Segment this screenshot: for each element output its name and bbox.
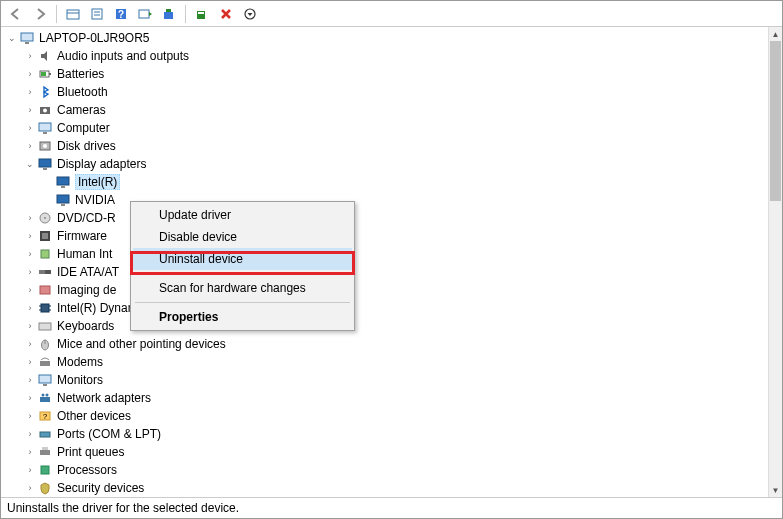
chevron-right-icon[interactable]: › bbox=[23, 301, 37, 315]
tree-category[interactable]: ›Audio inputs and outputs bbox=[1, 47, 768, 65]
svg-rect-45 bbox=[39, 323, 51, 330]
tree-category[interactable]: ›Cameras bbox=[1, 101, 768, 119]
options-dropdown-button[interactable] bbox=[239, 3, 261, 25]
toolbar: ? bbox=[1, 1, 782, 27]
chevron-down-icon[interactable]: ⌄ bbox=[23, 157, 37, 171]
svg-rect-52 bbox=[40, 397, 50, 402]
tree-category-label: Print queues bbox=[57, 445, 130, 459]
tree-category-label: Disk drives bbox=[57, 139, 122, 153]
scroll-thumb[interactable] bbox=[770, 41, 781, 201]
chevron-right-icon[interactable]: › bbox=[23, 103, 37, 117]
tree-category[interactable]: ›?Other devices bbox=[1, 407, 768, 425]
svg-point-19 bbox=[43, 109, 47, 113]
svg-point-31 bbox=[44, 217, 46, 219]
tree-category[interactable]: ›Keyboards bbox=[1, 317, 768, 335]
menu-properties[interactable]: Properties bbox=[133, 306, 352, 328]
chevron-right-icon[interactable]: › bbox=[23, 463, 37, 477]
menu-uninstall-device[interactable]: Uninstall device bbox=[133, 248, 352, 270]
tree-category[interactable]: ›Computer bbox=[1, 119, 768, 137]
scroll-up-arrow[interactable]: ▲ bbox=[769, 27, 782, 41]
chevron-right-icon[interactable]: › bbox=[23, 337, 37, 351]
chevron-right-icon[interactable]: › bbox=[23, 283, 37, 297]
chevron-right-icon[interactable]: › bbox=[23, 121, 37, 135]
scroll-down-arrow[interactable]: ▼ bbox=[769, 483, 782, 497]
scan-hardware-button[interactable] bbox=[191, 3, 213, 25]
tree-category[interactable]: ›Firmware bbox=[1, 227, 768, 245]
chevron-right-icon[interactable]: › bbox=[23, 391, 37, 405]
chevron-right-icon[interactable]: › bbox=[23, 373, 37, 387]
chevron-right-icon[interactable]: › bbox=[23, 85, 37, 99]
device-tree[interactable]: ⌄ LAPTOP-0LJR9OR5 ›Audio inputs and outp… bbox=[1, 27, 768, 497]
chevron-right-icon[interactable]: › bbox=[23, 427, 37, 441]
display-icon bbox=[37, 156, 53, 172]
svg-rect-24 bbox=[39, 159, 51, 167]
tree-category-label: Keyboards bbox=[57, 319, 120, 333]
forward-button[interactable] bbox=[29, 3, 51, 25]
tree-category[interactable]: ›Disk drives bbox=[1, 137, 768, 155]
chevron-right-icon[interactable]: › bbox=[23, 229, 37, 243]
tree-category[interactable]: ›Batteries bbox=[1, 65, 768, 83]
vertical-scrollbar[interactable]: ▲ ▼ bbox=[768, 27, 782, 497]
tree-category[interactable]: ›Print queues bbox=[1, 443, 768, 461]
tree-category[interactable]: ›Human Int bbox=[1, 245, 768, 263]
chevron-right-icon[interactable]: › bbox=[23, 445, 37, 459]
disk-icon bbox=[37, 138, 53, 154]
tree-root[interactable]: ⌄ LAPTOP-0LJR9OR5 bbox=[1, 29, 768, 47]
svg-rect-49 bbox=[40, 361, 50, 366]
tree-category[interactable]: ›Bluetooth bbox=[1, 83, 768, 101]
properties-button[interactable] bbox=[86, 3, 108, 25]
printer-icon bbox=[37, 444, 53, 460]
tree-category-label: Network adapters bbox=[57, 391, 157, 405]
network-icon bbox=[37, 390, 53, 406]
action-button[interactable] bbox=[134, 3, 156, 25]
tree-category[interactable]: ›DVD/CD-R bbox=[1, 209, 768, 227]
menu-scan-hardware[interactable]: Scan for hardware changes bbox=[133, 277, 352, 299]
chevron-right-icon[interactable]: › bbox=[23, 211, 37, 225]
tree-category-label: Cameras bbox=[57, 103, 112, 117]
tree-category-label: IDE ATA/AT bbox=[57, 265, 125, 279]
tree-category[interactable]: ›Processors bbox=[1, 461, 768, 479]
tree-category-label: Batteries bbox=[57, 67, 110, 81]
svg-rect-20 bbox=[39, 123, 51, 131]
tree-device[interactable]: NVIDIA bbox=[1, 191, 768, 209]
svg-rect-29 bbox=[61, 204, 65, 206]
chevron-right-icon[interactable]: › bbox=[23, 409, 37, 423]
uninstall-button[interactable] bbox=[215, 3, 237, 25]
chevron-down-icon[interactable]: ⌄ bbox=[5, 31, 19, 45]
tree-category[interactable]: ›Modems bbox=[1, 353, 768, 371]
ide-icon bbox=[37, 264, 53, 280]
chevron-right-icon[interactable]: › bbox=[23, 265, 37, 279]
port-icon bbox=[37, 426, 53, 442]
tree-category[interactable]: ›IDE ATA/AT bbox=[1, 263, 768, 281]
svg-text:?: ? bbox=[43, 412, 48, 421]
svg-rect-26 bbox=[57, 177, 69, 185]
show-hidden-button[interactable] bbox=[62, 3, 84, 25]
chevron-right-icon[interactable]: › bbox=[23, 247, 37, 261]
tree-category[interactable]: ›Ports (COM & LPT) bbox=[1, 425, 768, 443]
back-button[interactable] bbox=[5, 3, 27, 25]
audio-icon bbox=[37, 48, 53, 64]
chevron-right-icon[interactable]: › bbox=[23, 319, 37, 333]
tree-category[interactable]: ›Network adapters bbox=[1, 389, 768, 407]
chevron-right-icon[interactable]: › bbox=[23, 139, 37, 153]
chevron-right-icon[interactable]: › bbox=[23, 481, 37, 495]
tree-category[interactable]: ⌄Display adapters bbox=[1, 155, 768, 173]
tree-category[interactable]: ›Monitors bbox=[1, 371, 768, 389]
tree-category-label: Human Int bbox=[57, 247, 118, 261]
bluetooth-icon bbox=[37, 84, 53, 100]
svg-rect-58 bbox=[40, 450, 50, 455]
menu-disable-device[interactable]: Disable device bbox=[133, 226, 352, 248]
help-button[interactable]: ? bbox=[110, 3, 132, 25]
firmware-icon bbox=[37, 228, 53, 244]
chevron-right-icon[interactable]: › bbox=[23, 49, 37, 63]
menu-update-driver[interactable]: Update driver bbox=[133, 204, 352, 226]
tree-category[interactable]: ›Imaging de bbox=[1, 281, 768, 299]
context-menu: Update driver Disable device Uninstall d… bbox=[130, 201, 355, 331]
tree-device[interactable]: Intel(R) bbox=[1, 173, 768, 191]
tree-category[interactable]: ›Intel(R) Dynamic Platform and Thermal F… bbox=[1, 299, 768, 317]
chevron-right-icon[interactable]: › bbox=[23, 67, 37, 81]
update-driver-button[interactable] bbox=[158, 3, 180, 25]
tree-category[interactable]: ›Security devices bbox=[1, 479, 768, 497]
tree-category[interactable]: ›Mice and other pointing devices bbox=[1, 335, 768, 353]
chevron-right-icon[interactable]: › bbox=[23, 355, 37, 369]
